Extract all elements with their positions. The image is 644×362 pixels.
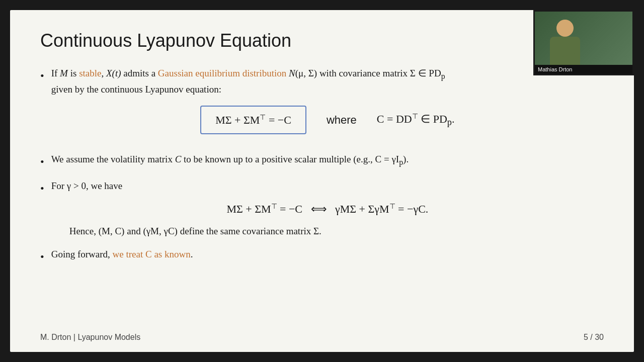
bullet1-dist: N <box>289 68 295 78</box>
bullet3-hence: Hence, (M, C) and (γM, γC) define the sa… <box>69 226 321 236</box>
slide: Mathias Drton Continuous Lyapunov Equati… <box>10 10 634 352</box>
bullet1-text-is: is <box>68 68 79 78</box>
equation-block: MΣ + ΣM⊤ = −C where C = DD⊤ ∈ PDp. <box>51 106 604 134</box>
bullet-content-4: Going forward, we treat C as known. <box>51 247 604 262</box>
bullet-dot-4: • <box>40 248 44 265</box>
bullet3-eq-text: MΣ + ΣM⊤ = −C ⟺ γMΣ + ΣγM⊤ = −γC. <box>226 201 428 217</box>
bullet1-params: (μ, Σ) with covariance matrix Σ ∈ PDp <box>295 68 445 78</box>
footer-left: M. Drton | Lyapunov Models <box>40 333 140 342</box>
footer-right: 5 / 30 <box>584 333 604 342</box>
bullet-dot-2: • <box>40 153 44 170</box>
bullet4-highlight: we treat C as known <box>113 249 191 259</box>
bullet-item-2: • We assume the volatility matrix C to b… <box>40 152 604 170</box>
bullet1-Xt: X(t) <box>106 68 121 78</box>
speaker-name-label: Mathias Drton <box>535 65 632 74</box>
bullet-dot-3: • <box>40 180 44 197</box>
bullet-item-4: • Going forward, we treat C as known. <box>40 247 604 265</box>
bullet2-rest: to be known up to a positive scalar mult… <box>181 154 409 164</box>
speaker-arm <box>559 52 581 64</box>
bullet-dot-1: • <box>40 67 44 84</box>
bullet-content-2: We assume the volatility matrix C to be … <box>51 152 604 168</box>
bullet-item-1: • If M is stable, X(t) admits a Gaussian… <box>40 66 604 143</box>
bullet4-suffix: . <box>191 249 193 259</box>
slide-footer: M. Drton | Lyapunov Models 5 / 30 <box>40 333 604 342</box>
bullet1-comma: , <box>101 68 106 78</box>
bullet-content-1: If M is stable, X(t) admits a Gaussian e… <box>51 66 604 143</box>
bullet1-admits: admits a <box>121 68 158 78</box>
speaker-body <box>550 37 580 65</box>
bullet1-text-if: If <box>51 68 60 78</box>
speaker-head <box>556 20 574 37</box>
bullet2-C: C <box>175 154 182 164</box>
bullet-item-3: • For γ > 0, we have MΣ + ΣM⊤ = −C ⟺ γMΣ… <box>40 179 604 238</box>
bullet1-given: given by the continuous Lyapunov equatio… <box>51 84 221 95</box>
boxed-equation: MΣ + ΣM⊤ = −C <box>200 106 306 134</box>
bullet3-intro: For γ > 0, we have <box>51 180 123 191</box>
boxed-equation-text: MΣ + ΣM⊤ = −C <box>215 114 291 126</box>
bullet1-gaussian: Gaussian equilibrium distribution <box>158 68 286 78</box>
bullet1-stable: stable <box>79 68 101 78</box>
bullet4-prefix: Going forward, <box>51 249 113 259</box>
slide-title: Continuous Lyapunov Equation <box>40 30 604 51</box>
speaker-video <box>535 12 632 65</box>
bullet3-conclusion: Hence, (M, C) and (γM, γC) define the sa… <box>69 224 604 239</box>
bullet3-equation: MΣ + ΣM⊤ = −C ⟺ γMΣ + ΣγM⊤ = −γC. <box>51 201 604 217</box>
where-equation: C = DD⊤ ∈ PDp. <box>377 111 455 130</box>
bullet2-text: We assume the volatility matrix <box>51 154 175 164</box>
bullet1-M: M <box>60 68 68 78</box>
where-label: where <box>327 112 357 128</box>
bullet-list: • If M is stable, X(t) admits a Gaussian… <box>40 66 604 265</box>
bullet-content-3: For γ > 0, we have MΣ + ΣM⊤ = −C ⟺ γMΣ +… <box>51 179 604 238</box>
speaker-thumbnail: Mathias Drton <box>533 10 634 75</box>
speaker-figure <box>545 20 585 65</box>
